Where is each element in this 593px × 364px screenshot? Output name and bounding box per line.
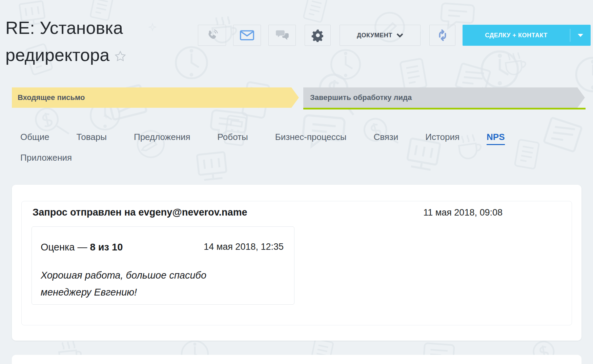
tab-business-processes[interactable]: Бизнес-процессы: [275, 132, 347, 145]
tab-general[interactable]: Общие: [20, 132, 49, 145]
convert-button[interactable]: [429, 25, 455, 46]
caret-down-icon: [578, 34, 583, 37]
page-title: RE: Установка редиректора: [5, 14, 155, 68]
next-section-edge: [12, 355, 581, 364]
create-deal-contact-button[interactable]: СДЕЛКУ + КОНТАКТ: [463, 25, 591, 46]
stage-incoming-mail-label: Входящее письмо: [18, 93, 85, 102]
email-button[interactable]: [233, 25, 261, 46]
nps-score-prefix: Оценка —: [41, 242, 90, 252]
settings-button[interactable]: [305, 25, 331, 46]
nps-content-card: Запрос отправлен на evgeny@neverov.name …: [12, 185, 581, 341]
create-deal-contact-menu[interactable]: [570, 25, 591, 46]
nps-answer-box: Оценка — 8 из 10 14 мая 2018, 12:35 Хоро…: [32, 226, 294, 305]
document-button-label: ДОКУМЕНТ: [357, 32, 392, 39]
stage-incoming-mail[interactable]: Входящее письмо: [12, 87, 299, 108]
nps-comment-line1: Хорошая работа, большое спасибо: [41, 267, 206, 284]
stage-finish-lead[interactable]: Завершить обработку лида: [303, 87, 585, 108]
document-button[interactable]: ДОКУМЕНТ: [340, 25, 421, 46]
nps-request-date: 11 мая 2018, 09:08: [423, 207, 503, 218]
stage-progress-line: [303, 108, 586, 109]
mail-icon: [240, 30, 254, 41]
chat-icon: [275, 29, 289, 41]
gear-icon: [311, 28, 325, 42]
tab-robots[interactable]: Роботы: [218, 132, 248, 145]
nps-score-row: Оценка — 8 из 10: [41, 242, 123, 253]
call-button[interactable]: [198, 25, 226, 46]
tab-connections[interactable]: Связи: [373, 132, 398, 145]
nps-answer-comment: Хорошая работа, большое спасибо менеджер…: [41, 267, 206, 301]
tabs-row-1: Общие Товары Предложения Роботы Бизнес-п…: [20, 132, 505, 145]
create-deal-contact-label: СДЕЛКУ + КОНТАКТ: [463, 32, 570, 39]
nps-comment-line2: менеджеру Евгению!: [41, 284, 206, 301]
sync-arrows-icon: [436, 28, 449, 42]
page-title-text: RE: Установка редиректора: [5, 18, 123, 65]
stage-finish-lead-label: Завершить обработку лида: [310, 93, 412, 102]
nps-answer-date: 14 мая 2018, 12:35: [204, 242, 284, 252]
favorite-star-icon[interactable]: [114, 50, 126, 62]
tab-history[interactable]: История: [425, 132, 459, 145]
nps-request-title: Запрос отправлен на evgeny@neverov.name: [33, 207, 247, 218]
nps-score-value: 8 из 10: [90, 242, 123, 252]
tab-nps[interactable]: NPS: [487, 132, 505, 145]
tab-products[interactable]: Товары: [77, 132, 107, 145]
phone-icon: [205, 28, 219, 42]
chevron-down-icon: [396, 33, 403, 38]
tab-applications[interactable]: Приложения: [20, 153, 72, 163]
chat-button[interactable]: [268, 25, 296, 46]
tab-quotes[interactable]: Предложения: [134, 132, 190, 145]
nps-request-item: Запрос отправлен на evgeny@neverov.name …: [21, 201, 572, 325]
tabs-row-2: Приложения: [20, 153, 72, 163]
